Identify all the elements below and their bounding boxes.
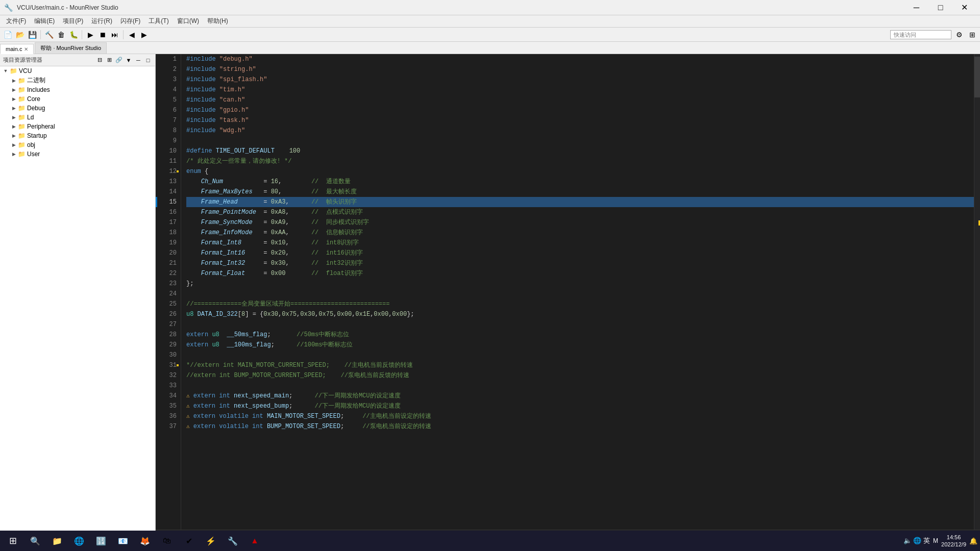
- main-layout: 项目资源管理器 ⊟ ⊞ 🔗 ▼ ─ □ ▼ 📁 VCU ▶ 📁 二进制: [0, 54, 980, 536]
- tree-arrow-peripheral: ▶: [10, 124, 17, 129]
- close-button[interactable]: ✕: [953, 0, 976, 15]
- toolbar-quick-access: ⚙ ⊞: [890, 29, 978, 40]
- taskbar-lang[interactable]: M: [933, 537, 938, 544]
- toolbar-open[interactable]: 📂: [14, 29, 26, 40]
- menu-window[interactable]: 窗口(W): [173, 16, 203, 27]
- taskbar-date: 2022/12/9: [941, 541, 966, 548]
- tab-help[interactable]: 帮助 · MounRiver Studio: [35, 42, 107, 54]
- taskbar-app-todo[interactable]: ✔: [179, 532, 199, 550]
- toolbar-debug[interactable]: 🐛: [68, 29, 79, 40]
- menu-help[interactable]: 帮助(H): [203, 16, 232, 27]
- panel-menu-icon[interactable]: ▼: [125, 56, 133, 64]
- code-line-35: ⚠ extern int next_speed_bump; //下一周期发给MC…: [186, 401, 974, 411]
- line-num-27: 27: [156, 319, 177, 330]
- panel-max-icon[interactable]: □: [144, 56, 152, 64]
- extra1-icon: 🔧: [228, 536, 238, 546]
- tree-item-vcu[interactable]: ▼ 📁 VCU: [0, 66, 155, 76]
- minimize-button[interactable]: ─: [905, 0, 928, 15]
- tree-icon-ld: 📁: [17, 113, 26, 121]
- menu-project[interactable]: 项目(P): [59, 16, 87, 27]
- maximize-button[interactable]: □: [929, 0, 952, 15]
- code-line-25: //=============全局变量区域开始=================…: [186, 299, 974, 309]
- code-line-29: extern u8 __100ms_flag; //100ms中断标志位: [186, 340, 974, 350]
- panel-min-icon[interactable]: ─: [134, 56, 142, 64]
- toolbar-run[interactable]: ▶: [85, 29, 96, 40]
- line-num-13: 13: [156, 177, 177, 187]
- toolbar-forward[interactable]: ▶: [138, 29, 150, 40]
- menu-flash[interactable]: 闪存(F): [116, 16, 144, 27]
- code-line-1: #include "debug.h": [186, 54, 974, 64]
- taskbar-app-extra2[interactable]: ▲: [245, 532, 264, 550]
- line-numbers: 1 2 3 4 5 6 7 8 9 10 11 12 13 14 15 16 1…: [156, 54, 181, 530]
- toolbar-sep-1: [40, 30, 41, 39]
- code-line-3: #include "spi_flash.h": [186, 74, 974, 85]
- tree-item-obj[interactable]: ▶ 📁 obj: [0, 140, 155, 149]
- app-icon: 🔧: [4, 4, 13, 12]
- tree-label-ld: Ld: [27, 114, 34, 121]
- line-num-8: 8: [156, 126, 177, 136]
- taskbar-time[interactable]: 14:56 2022/12/9: [941, 534, 966, 548]
- tab-main-c[interactable]: main.c ✕: [0, 44, 34, 54]
- code-minimap[interactable]: [974, 54, 980, 530]
- todo-icon: ✔: [186, 536, 192, 546]
- taskbar-app-search[interactable]: 🔍: [26, 532, 45, 550]
- code-line-26: u8 DATA_ID_322[8] = {0x30,0x75,0x30,0x75…: [186, 309, 974, 319]
- toolbar-build[interactable]: 🔨: [43, 29, 55, 40]
- tree-arrow-ld: ▶: [10, 115, 17, 120]
- tree-item-debug[interactable]: ▶ 📁 Debug: [0, 104, 155, 113]
- menu-run[interactable]: 运行(R): [87, 16, 116, 27]
- tree-item-startup[interactable]: ▶ 📁 Startup: [0, 131, 155, 140]
- line-num-29: 29: [156, 340, 177, 350]
- tree-item-binary[interactable]: ▶ 📁 二进制: [0, 76, 155, 85]
- toolbar-step[interactable]: ⏭: [109, 29, 120, 40]
- tab-main-c-close[interactable]: ✕: [24, 46, 28, 52]
- line-num-30: 30: [156, 350, 177, 360]
- menu-edit[interactable]: 编辑(E): [30, 16, 59, 27]
- taskbar-app-files[interactable]: 📁: [47, 532, 67, 550]
- tree-item-core[interactable]: ▶ 📁 Core: [0, 94, 155, 104]
- code-editor[interactable]: 1 2 3 4 5 6 7 8 9 10 11 12 13 14 15 16 1…: [156, 54, 980, 530]
- tree-item-peripheral[interactable]: ▶ 📁 Peripheral: [0, 122, 155, 131]
- taskbar-notif[interactable]: 🔔: [969, 537, 977, 545]
- line-num-6: 6: [156, 105, 177, 115]
- code-line-22: Format_Float = 0x00 // float识别字: [186, 268, 974, 279]
- tree-label-debug: Debug: [27, 105, 45, 112]
- panel-title: 项目资源管理器: [3, 56, 42, 64]
- taskbar-sys-icons[interactable]: 🔈 🌐 英: [903, 536, 930, 545]
- taskbar-app-extra1[interactable]: 🔧: [223, 532, 242, 550]
- tree-label-peripheral: Peripheral: [27, 123, 55, 130]
- toolbar-clean[interactable]: 🗑: [56, 29, 67, 40]
- taskbar-app-store[interactable]: 🛍: [157, 532, 177, 550]
- taskbar-app-calc[interactable]: 🔢: [91, 532, 111, 550]
- title-bar-left: 🔧 VCU/User/main.c - MounRiver Studio: [4, 4, 118, 12]
- toolbar-save[interactable]: 💾: [27, 29, 38, 40]
- taskbar-app-browser[interactable]: 🦊: [135, 532, 155, 550]
- menu-bar: 文件(F) 编辑(E) 项目(P) 运行(R) 闪存(F) 工具(T) 窗口(W…: [0, 15, 980, 28]
- tree-item-ld[interactable]: ▶ 📁 Ld: [0, 113, 155, 122]
- tree-item-user[interactable]: ▶ 📁 User: [0, 149, 155, 159]
- toolbar-new[interactable]: 📄: [2, 29, 13, 40]
- toolbar-layout[interactable]: ⊞: [967, 29, 978, 40]
- panel-expand-icon[interactable]: ⊞: [105, 56, 113, 64]
- quick-access-input[interactable]: [890, 30, 951, 39]
- taskbar-start-button[interactable]: ⊞: [3, 532, 23, 550]
- tree-label-vcu: VCU: [19, 67, 32, 74]
- menu-file[interactable]: 文件(F): [2, 16, 30, 27]
- panel-link-icon[interactable]: 🔗: [115, 56, 123, 64]
- code-content[interactable]: #include "debug.h" #include "string.h" #…: [181, 54, 974, 530]
- tree-icon-debug: 📁: [17, 104, 26, 112]
- panel-collapse-icon[interactable]: ⊟: [95, 56, 104, 64]
- line-num-22: 22: [156, 268, 177, 279]
- code-line-6: #include "gpio.h": [186, 105, 974, 115]
- line-num-19: 19: [156, 238, 177, 248]
- menu-tools[interactable]: 工具(T): [144, 16, 173, 27]
- toolbar-settings[interactable]: ⚙: [953, 29, 965, 40]
- line-num-10: 10: [156, 146, 177, 156]
- taskbar-app-edge[interactable]: 🌐: [69, 532, 89, 550]
- tree-item-includes[interactable]: ▶ 📁 Includes: [0, 85, 155, 94]
- line-num-33: 33: [156, 381, 177, 391]
- toolbar-back[interactable]: ◀: [126, 29, 137, 40]
- taskbar-app-mail[interactable]: 📧: [113, 532, 133, 550]
- taskbar-app-mounriver[interactable]: ⚡: [201, 532, 220, 550]
- toolbar-stop[interactable]: ⏹: [97, 29, 108, 40]
